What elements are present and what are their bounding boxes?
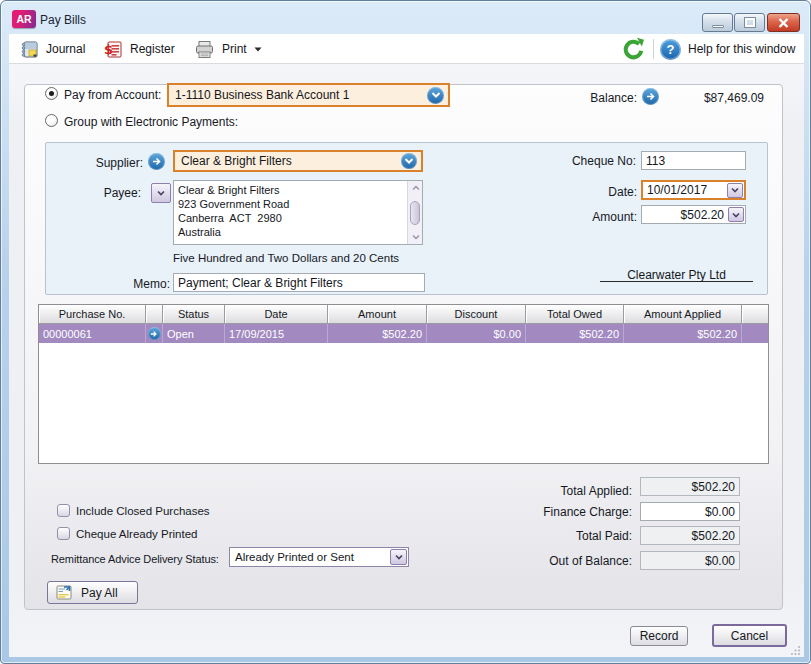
pay-all-button[interactable]: Pay All [47, 581, 138, 604]
total-applied-box: $502.20 [640, 477, 740, 496]
out-of-balance-box: $0.00 [640, 551, 740, 570]
supplier-combobox[interactable]: Clear & Bright Filters [173, 150, 423, 172]
pay-all-label: Pay All [81, 586, 118, 600]
col-status[interactable]: Status [163, 305, 225, 324]
col-extra [742, 305, 768, 324]
payee-line: Canberra ACT 2980 [178, 211, 289, 225]
supplier-detail-icon[interactable] [148, 153, 165, 170]
finance-charge-box[interactable]: $0.00 [640, 502, 740, 521]
remittance-select[interactable]: Already Printed or Sent [229, 547, 409, 567]
maximize-icon [745, 18, 755, 27]
account-combobox[interactable]: 1-1110 Business Bank Account 1 [167, 83, 450, 107]
purchases-table: Purchase No. Status Date Amount Discount… [38, 304, 769, 464]
account-chevron-icon[interactable] [427, 87, 444, 104]
journal-button[interactable]: Journal [20, 34, 85, 64]
print-label: Print [222, 42, 247, 56]
col-purchase-no[interactable]: Purchase No. [39, 305, 146, 324]
group-electronic-radio[interactable] [45, 114, 58, 127]
supplier-label: Supplier: [63, 156, 143, 170]
cancel-button[interactable]: Cancel [712, 624, 787, 647]
scroll-up-icon[interactable] [412, 185, 420, 191]
table-header-row: Purchase No. Status Date Amount Discount… [39, 305, 768, 324]
finance-charge-label: Finance Charge: [512, 505, 632, 519]
minimize-icon [712, 25, 724, 28]
remittance-label: Remittance Advice Delivery Status: [51, 553, 219, 566]
register-icon: $ [103, 40, 123, 59]
maximize-button[interactable] [734, 13, 765, 32]
window: AR Pay Bills [0, 0, 811, 664]
window-title: Pay Bills [40, 13, 86, 27]
pay-from-account-label: Pay from Account: [64, 88, 161, 102]
pay-all-icon [56, 585, 73, 600]
toolbar-divider [653, 39, 654, 59]
payee-dropdown-button[interactable] [151, 183, 171, 203]
close-icon [778, 18, 789, 28]
remittance-dropdown-button[interactable] [390, 549, 407, 565]
refresh-icon [621, 37, 645, 61]
include-closed-label: Include Closed Purchases [76, 505, 210, 518]
print-caret-icon [254, 47, 262, 52]
payee-label: Payee: [73, 186, 141, 200]
date-value: 10/01/2017 [643, 183, 707, 197]
group-electronic-label: Group with Electronic Payments: [64, 115, 238, 129]
payee-line: Clear & Bright Filters [178, 183, 289, 197]
total-applied-label: Total Applied: [512, 484, 632, 498]
toolbar: Journal $ Register [9, 34, 804, 64]
register-button[interactable]: $ Register [103, 34, 175, 64]
supplier-panel: Supplier: Clear & Bright Filters Cheque … [45, 142, 768, 295]
col-amount-applied[interactable]: Amount Applied [624, 305, 742, 324]
register-label: Register [130, 42, 175, 56]
balance-detail-icon[interactable] [642, 88, 659, 105]
payee-address-box[interactable]: Clear & Bright Filters923 Government Roa… [173, 180, 423, 245]
balance-value: $87,469.09 [684, 91, 764, 105]
help-button[interactable]: ? Help for this window [660, 34, 795, 64]
memo-input[interactable]: Payment; Clear & Bright Filters [173, 273, 425, 292]
scroll-thumb[interactable] [410, 201, 420, 225]
col-amount[interactable]: Amount [328, 305, 427, 324]
remittance-value: Already Printed or Sent [230, 551, 354, 563]
col-detail [146, 305, 163, 324]
pay-from-account-radio[interactable] [45, 87, 58, 100]
print-button[interactable]: Print [194, 34, 262, 64]
payee-line: 923 Government Road [178, 197, 289, 211]
table-row[interactable]: 00000061 Open 17/09/2015 $502.20 $0.00 $… [39, 324, 768, 343]
include-closed-checkbox[interactable] [57, 504, 70, 517]
col-total-owed[interactable]: Total Owed [526, 305, 624, 324]
out-of-balance-label: Out of Balance: [512, 554, 632, 568]
col-date[interactable]: Date [225, 305, 328, 324]
cheque-printed-label: Cheque Already Printed [76, 528, 197, 541]
app-logo: AR [12, 10, 36, 28]
account-combobox-value: 1-1110 Business Bank Account 1 [169, 88, 349, 102]
balance-label: Balance: [587, 91, 637, 105]
col-discount[interactable]: Discount [427, 305, 526, 324]
scroll-down-icon[interactable] [412, 234, 420, 240]
help-label: Help for this window [688, 42, 795, 56]
main-card: Pay from Account: 1-1110 Business Bank A… [24, 84, 783, 610]
print-icon [194, 40, 215, 59]
amount-input[interactable]: $502.20 [641, 205, 746, 224]
total-paid-label: Total Paid: [512, 529, 632, 543]
supplier-chevron-icon[interactable] [401, 153, 417, 169]
date-input[interactable]: 10/01/2017 [641, 180, 746, 200]
close-button[interactable] [767, 13, 800, 32]
amount-in-words: Five Hundred and Two Dollars and 20 Cent… [173, 252, 399, 265]
payee-scrollbar[interactable] [407, 181, 422, 244]
amount-label: Amount: [583, 210, 637, 224]
record-button[interactable]: Record [630, 626, 688, 646]
window-content: Journal $ Register [9, 34, 804, 657]
cheque-no-label: Cheque No: [553, 154, 636, 168]
refresh-button[interactable] [621, 34, 645, 64]
cheque-no-input[interactable]: 113 [641, 151, 746, 170]
amount-dropdown-button[interactable] [728, 207, 744, 222]
help-icon: ? [660, 39, 681, 60]
row-detail-icon[interactable] [148, 327, 161, 340]
payee-line: Australia [178, 225, 289, 239]
supplier-combobox-value: Clear & Bright Filters [175, 154, 292, 168]
resize-grip[interactable] [791, 645, 801, 655]
company-name-signature: Clearwater Pty Ltd [600, 268, 753, 282]
journal-icon [20, 40, 39, 59]
minimize-button[interactable] [702, 13, 733, 32]
cheque-printed-checkbox[interactable] [57, 527, 70, 540]
date-dropdown-button[interactable] [727, 183, 743, 198]
date-label: Date: [583, 185, 637, 199]
